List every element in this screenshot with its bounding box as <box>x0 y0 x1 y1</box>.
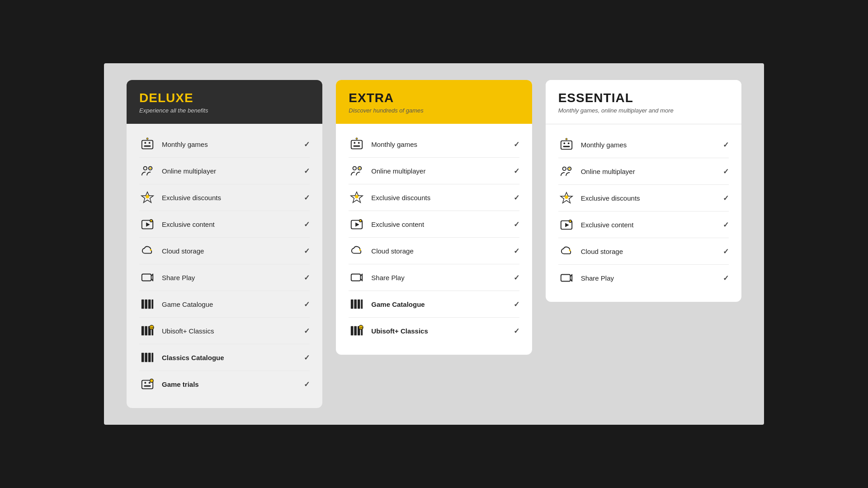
svg-rect-50 <box>354 300 357 309</box>
svg-point-43 <box>355 195 359 198</box>
feature-label: Classics Catalogue <box>162 354 304 361</box>
svg-rect-3 <box>144 145 151 147</box>
feature-check: ✓ <box>514 327 519 335</box>
list-item: Monthly games✓ <box>558 131 729 158</box>
feature-label: Share Play <box>581 274 723 282</box>
svg-rect-25 <box>142 353 144 362</box>
feature-label: Monthly games <box>581 141 723 149</box>
svg-rect-28 <box>151 353 153 362</box>
feature-check: ✓ <box>514 300 519 309</box>
feature-check: ✓ <box>723 274 729 282</box>
svg-point-30 <box>144 382 146 384</box>
exclusive-content-icon <box>139 216 156 232</box>
svg-marker-45 <box>356 222 359 226</box>
svg-rect-32 <box>144 385 151 387</box>
svg-point-39 <box>353 167 357 170</box>
list-item: Exclusive discounts✓ <box>558 185 729 211</box>
list-item: Online multiplayer✓ <box>349 158 519 184</box>
svg-point-31 <box>149 382 151 384</box>
list-item: Share Play✓ <box>558 265 729 291</box>
plan-card-deluxe: DELUXEExperience all the benefits Monthl… <box>127 80 322 408</box>
exclusive-content-icon <box>558 216 575 233</box>
svg-rect-17 <box>148 300 151 309</box>
list-item: Monthly games✓ <box>349 131 519 158</box>
svg-rect-16 <box>145 300 147 309</box>
plan-features-extra: Monthly games✓ Online multiplayer✓ Exclu… <box>336 124 532 355</box>
svg-point-7 <box>150 168 151 169</box>
svg-rect-54 <box>354 326 357 336</box>
feature-label: Online multiplayer <box>371 167 513 175</box>
svg-rect-59 <box>561 141 571 150</box>
plan-subtitle-deluxe: Experience all the benefits <box>139 107 310 114</box>
feature-label: Exclusive discounts <box>581 194 723 202</box>
feature-label: Exclusive discounts <box>371 194 513 202</box>
list-item: Cloud storage✓ <box>139 238 310 264</box>
svg-point-1 <box>144 142 146 144</box>
feature-check: ✓ <box>304 327 310 335</box>
exclusive-discounts-icon <box>139 189 156 206</box>
list-item: Classics Catalogue✓ <box>139 344 310 371</box>
svg-rect-0 <box>142 141 153 149</box>
cloud-storage-icon <box>349 243 365 259</box>
feature-label: Cloud storage <box>581 248 723 255</box>
list-item: Share Play✓ <box>349 264 519 291</box>
feature-label: Exclusive content <box>371 221 513 228</box>
game-catalogue-icon <box>139 296 156 312</box>
feature-label: Game Catalogue <box>162 300 304 308</box>
plan-card-extra: EXTRADiscover hundreds of games Monthly … <box>336 80 532 355</box>
list-item: Cloud storage✓ <box>349 238 519 264</box>
svg-rect-27 <box>148 353 151 362</box>
feature-check: ✓ <box>514 220 519 229</box>
list-item: Game Catalogue✓ <box>349 291 519 318</box>
plan-features-essential: Monthly games✓ Online multiplayer✓ Exclu… <box>546 124 741 302</box>
feature-label: Game Catalogue <box>371 300 513 308</box>
game-trials-icon <box>139 376 156 392</box>
feature-check: ✓ <box>723 247 729 256</box>
svg-point-2 <box>149 142 151 144</box>
svg-point-47 <box>359 249 361 251</box>
feature-check: ✓ <box>304 140 310 149</box>
svg-rect-26 <box>145 353 147 362</box>
feature-check: ✓ <box>514 273 519 282</box>
cloud-storage-icon <box>139 243 156 259</box>
plan-header-essential: ESSENTIALMonthly games, online multiplay… <box>546 80 741 124</box>
feature-check: ✓ <box>304 380 310 389</box>
svg-rect-34 <box>351 141 362 149</box>
svg-point-36 <box>358 142 360 144</box>
svg-rect-51 <box>358 300 360 309</box>
feature-label: Ubisoft+ Classics <box>371 327 513 335</box>
online-multiplayer-icon <box>558 163 575 179</box>
plan-header-extra: EXTRADiscover hundreds of games <box>336 80 532 124</box>
plan-subtitle-essential: Monthly games, online multiplayer and mo… <box>558 107 729 114</box>
exclusive-discounts-icon <box>349 189 365 206</box>
plan-subtitle-extra: Discover hundreds of games <box>349 107 519 114</box>
svg-point-46 <box>359 220 362 222</box>
feature-check: ✓ <box>514 167 519 175</box>
online-multiplayer-icon <box>139 163 156 179</box>
list-item: Share Play✓ <box>139 264 310 291</box>
feature-check: ✓ <box>514 140 519 149</box>
svg-rect-49 <box>351 300 354 309</box>
svg-point-72 <box>569 249 571 251</box>
svg-point-68 <box>565 195 568 199</box>
online-multiplayer-icon <box>349 163 365 179</box>
list-item: Exclusive discounts✓ <box>349 184 519 211</box>
svg-point-64 <box>562 167 566 171</box>
list-item: Exclusive content✓ <box>349 211 519 238</box>
svg-rect-14 <box>142 274 151 281</box>
svg-point-38 <box>356 138 358 140</box>
plan-title-deluxe: DELUXE <box>139 91 310 105</box>
list-item: Game trials✓ <box>139 371 310 397</box>
feature-check: ✓ <box>304 247 310 255</box>
feature-label: Exclusive discounts <box>162 194 304 202</box>
svg-marker-70 <box>565 223 569 227</box>
monthly-games-icon <box>349 136 365 152</box>
game-catalogue-icon <box>349 296 365 312</box>
list-item: Cloud storage✓ <box>558 238 729 265</box>
list-item: U+ Ubisoft+ Classics✓ <box>139 318 310 344</box>
feature-label: Online multiplayer <box>162 167 304 175</box>
svg-text:U+: U+ <box>151 326 154 329</box>
svg-point-13 <box>150 249 152 251</box>
svg-point-61 <box>567 142 569 144</box>
monthly-games-icon <box>139 136 156 152</box>
